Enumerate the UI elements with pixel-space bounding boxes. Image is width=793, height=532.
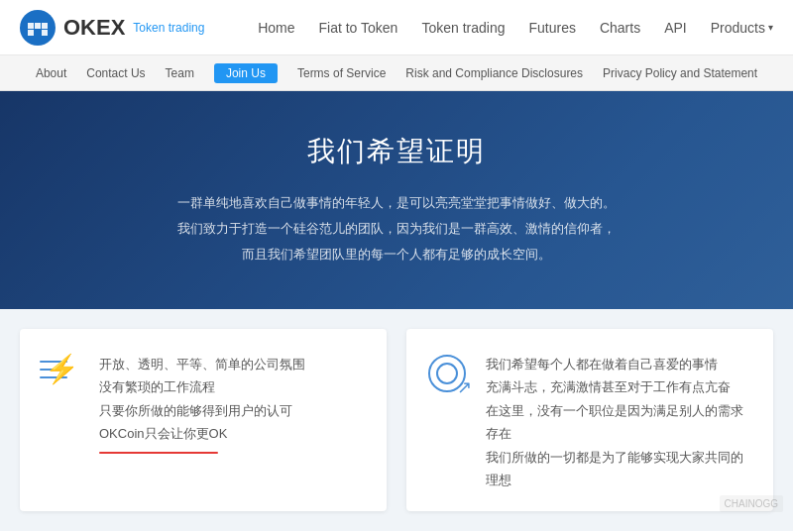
card-2: ↗ 我们希望每个人都在做着自己喜爱的事情 充满斗志，充满激情甚至对于工作有点亢奋… xyxy=(406,329,773,511)
logo-text: OKEX xyxy=(63,15,125,41)
card-2-line1: 我们希望每个人都在做着自己喜爱的事情 xyxy=(486,353,753,375)
cards-section: ⚡ 开放、透明、平等、简单的公司氛围 没有繁琐的工作流程 只要你所做的能够得到用… xyxy=(0,309,793,531)
hero-title: 我们希望证明 xyxy=(177,133,616,170)
main-nav: Home Fiat to Token Token trading Futures… xyxy=(258,20,773,36)
sec-nav-risk[interactable]: Risk and Compliance Disclosures xyxy=(405,66,583,80)
target-cursor-icon: ↗ xyxy=(426,353,468,394)
nav-item-api[interactable]: API xyxy=(664,20,687,36)
svg-rect-5 xyxy=(42,30,48,36)
sec-nav-privacy[interactable]: Privacy Policy and Statement xyxy=(603,66,757,80)
card-2-line4: 我们所做的一切都是为了能够实现大家共同的理想 xyxy=(486,446,753,492)
card-1-body: 开放、透明、平等、简单的公司氛围 没有繁琐的工作流程 只要你所做的能够得到用户的… xyxy=(99,353,367,454)
hero-line1: 一群单纯地喜欢自己做事情的年轻人，是可以亮亮堂堂把事情做好、做大的。 xyxy=(177,190,616,216)
svg-rect-1 xyxy=(28,23,34,29)
top-navigation: OKEX Token trading Home Fiat to Token To… xyxy=(0,0,793,55)
hero-section: 我们希望证明 一群单纯地喜欢自己做事情的年轻人，是可以亮亮堂堂把事情做好、做大的… xyxy=(0,91,793,309)
hero-line2: 我们致力于打造一个硅谷范儿的团队，因为我们是一群高效、激情的信仰者， xyxy=(177,216,616,242)
logo-subtext: Token trading xyxy=(133,21,204,35)
card-1-underline xyxy=(99,452,218,454)
bolt-lightning-icon: ⚡ xyxy=(40,353,79,396)
lightning-icon: ⚡ xyxy=(45,353,79,385)
card-2-line2: 充满斗志，充满激情甚至对于工作有点亢奋 xyxy=(486,375,753,398)
sec-nav-contact[interactable]: Contact Us xyxy=(86,66,145,80)
card-1-line4: OKCoin只会让你更OK xyxy=(99,422,367,445)
sec-nav-terms[interactable]: Terms of Service xyxy=(297,66,386,80)
products-chevron-icon: ▾ xyxy=(768,22,773,33)
sec-nav-join[interactable]: Join Us xyxy=(214,63,278,83)
cursor-icon: ↗ xyxy=(457,376,472,398)
nav-item-home[interactable]: Home xyxy=(258,20,294,36)
card-1-line2: 没有繁琐的工作流程 xyxy=(99,375,367,398)
nav-item-charts[interactable]: Charts xyxy=(600,20,640,36)
nav-item-token[interactable]: Token trading xyxy=(421,20,505,36)
okex-logo-icon xyxy=(20,10,56,46)
card-2-icon-area: ↗ xyxy=(426,353,470,394)
nav-item-products[interactable]: Products ▾ xyxy=(711,20,773,36)
watermark: CHAINOGG xyxy=(720,495,783,512)
nav-item-futures[interactable]: Futures xyxy=(528,20,575,36)
logo-area[interactable]: OKEX Token trading xyxy=(20,10,204,46)
svg-rect-4 xyxy=(28,30,34,36)
hero-line3: 而且我们希望团队里的每一个人都有足够的成长空间。 xyxy=(177,242,616,267)
card-1-line1: 开放、透明、平等、简单的公司氛围 xyxy=(99,353,367,375)
card-2-line3: 在这里，没有一个职位是因为满足别人的需求存在 xyxy=(486,399,753,446)
svg-rect-2 xyxy=(35,23,41,29)
secondary-navigation: About Contact Us Team Join Us Terms of S… xyxy=(0,55,793,91)
card-1: ⚡ 开放、透明、平等、简单的公司氛围 没有繁琐的工作流程 只要你所做的能够得到用… xyxy=(20,329,387,511)
watermark-text: CHAINOGG xyxy=(725,498,778,509)
card-1-icon-area: ⚡ xyxy=(40,353,83,396)
nav-item-fiat[interactable]: Fiat to Token xyxy=(319,20,398,36)
card-2-body: 我们希望每个人都在做着自己喜爱的事情 充满斗志，充满激情甚至对于工作有点亢奋 在… xyxy=(486,353,753,491)
sec-nav-about[interactable]: About xyxy=(36,66,66,80)
sec-nav-team[interactable]: Team xyxy=(166,66,194,80)
hero-content: 我们希望证明 一群单纯地喜欢自己做事情的年轻人，是可以亮亮堂堂把事情做好、做大的… xyxy=(177,133,616,267)
svg-rect-3 xyxy=(42,23,48,29)
card-1-line3: 只要你所做的能够得到用户的认可 xyxy=(99,399,367,422)
